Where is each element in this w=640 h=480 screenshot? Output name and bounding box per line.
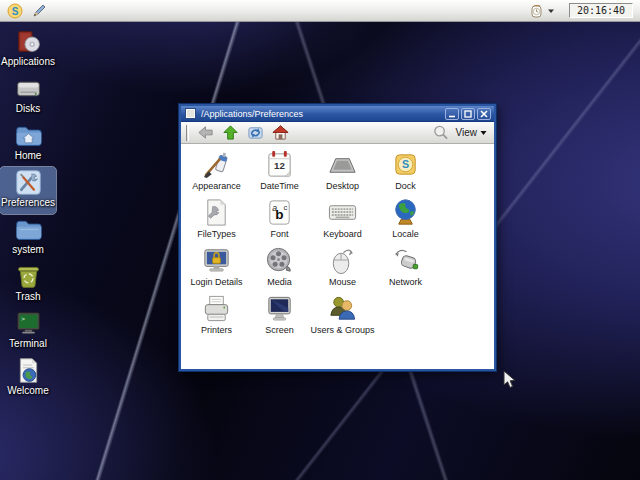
- svg-text:S: S: [402, 158, 409, 170]
- pref-item-desktop[interactable]: Desktop: [311, 149, 374, 197]
- refresh-icon: [247, 124, 264, 141]
- close-icon: [480, 110, 488, 118]
- mouse-cursor: [503, 370, 516, 390]
- svg-text:>: >: [21, 315, 25, 322]
- pref-item-label: Dock: [395, 181, 416, 191]
- pref-item-dock[interactable]: S Dock: [374, 149, 437, 197]
- pref-item-label: Font: [270, 229, 288, 239]
- clock-tray-icon: [529, 3, 545, 19]
- desktop-label: system: [12, 244, 44, 256]
- edit-pencil-icon[interactable]: [31, 3, 47, 19]
- pref-item-mouse[interactable]: Mouse: [311, 245, 374, 293]
- font-icon: a b c: [264, 197, 295, 228]
- home-icon: [272, 124, 289, 141]
- filetypes-icon: [201, 197, 232, 228]
- pref-item-users-groups[interactable]: Users & Groups: [311, 293, 374, 341]
- toolbar-grip[interactable]: [186, 125, 189, 141]
- pref-item-label: Locale: [392, 229, 419, 239]
- keyboard-icon: [327, 197, 358, 228]
- home-folder-icon: [14, 121, 43, 150]
- desktop-icon-disks[interactable]: Disks: [0, 73, 56, 120]
- pref-item-keyboard[interactable]: Keyboard: [311, 197, 374, 245]
- pref-item-screen[interactable]: Screen: [248, 293, 311, 341]
- close-button[interactable]: [477, 108, 491, 120]
- up-arrow-icon: [222, 124, 239, 141]
- pref-item-label: Mouse: [329, 277, 356, 287]
- login-details-icon: [201, 245, 232, 276]
- home-button[interactable]: [270, 123, 290, 142]
- pref-item-label: Media: [267, 277, 292, 287]
- desktop-settings-icon: [327, 149, 358, 180]
- desktop-label: Terminal: [9, 338, 47, 350]
- menubar: S 20:16:40: [0, 0, 640, 22]
- desktop-label: Home: [15, 150, 42, 162]
- desktop-icon-terminal[interactable]: > Terminal: [0, 308, 56, 355]
- pref-item-label: Desktop: [326, 181, 359, 191]
- desktop-icon-home[interactable]: Home: [0, 120, 56, 167]
- datetime-icon: 12: [264, 149, 295, 180]
- desktop-icon-preferences[interactable]: Preferences: [0, 167, 56, 214]
- desktop-icon-applications[interactable]: Applications: [0, 26, 56, 73]
- desktop-icon-trash[interactable]: Trash: [0, 261, 56, 308]
- pref-item-label: Screen: [265, 325, 294, 335]
- pref-item-label: DateTime: [260, 181, 299, 191]
- clock-tray-menu[interactable]: [529, 3, 555, 19]
- desktop-icon-column: Applications Disks Home Preferences: [0, 26, 56, 402]
- pref-item-label: Keyboard: [323, 229, 362, 239]
- welcome-icon: [14, 356, 43, 385]
- desktop-label: Preferences: [1, 197, 55, 209]
- pref-item-appearance[interactable]: Appearance: [185, 149, 248, 197]
- screen-icon: [264, 293, 295, 324]
- system-folder-icon: [14, 215, 43, 244]
- pref-item-media[interactable]: Media: [248, 245, 311, 293]
- svg-text:12: 12: [274, 160, 285, 171]
- svg-text:c: c: [283, 203, 287, 212]
- pref-item-filetypes[interactable]: FileTypes: [185, 197, 248, 245]
- pref-item-locale[interactable]: Locale: [374, 197, 437, 245]
- mouse-icon: [327, 245, 358, 276]
- pref-item-network[interactable]: Network: [374, 245, 437, 293]
- pref-item-datetime[interactable]: 12 DateTime: [248, 149, 311, 197]
- search-icon: [432, 124, 449, 141]
- maximize-button[interactable]: [461, 108, 475, 120]
- desktop-label: Applications: [1, 56, 55, 68]
- desktop-icon-system[interactable]: system: [0, 214, 56, 261]
- maximize-icon: [464, 110, 472, 118]
- svg-text:b: b: [275, 207, 283, 222]
- chevron-down-icon: [547, 7, 555, 15]
- pref-item-label: Network: [389, 277, 422, 287]
- printers-icon: [201, 293, 232, 324]
- view-dropdown-label: View: [456, 127, 478, 138]
- view-dropdown[interactable]: View: [456, 127, 490, 138]
- clock-display: 20:16:40: [569, 3, 633, 18]
- up-button[interactable]: [220, 123, 240, 142]
- desktop-label: Trash: [15, 291, 40, 303]
- etoile-logo-icon[interactable]: S: [7, 3, 23, 19]
- chevron-down-icon: [480, 130, 487, 136]
- pref-item-login-details[interactable]: Login Details: [185, 245, 248, 293]
- desktop-icon-welcome[interactable]: Welcome: [0, 355, 56, 402]
- preferences-icon: [14, 168, 43, 197]
- search-button[interactable]: [431, 123, 451, 142]
- applications-icon: [14, 27, 43, 56]
- pref-item-label: Printers: [201, 325, 232, 335]
- pref-item-font[interactable]: a b c Font: [248, 197, 311, 245]
- window-titlebar[interactable]: /Applications/Preferences: [181, 106, 494, 122]
- desktop-label: Disks: [16, 103, 40, 115]
- locale-icon: [390, 197, 421, 228]
- pref-item-label: Users & Groups: [310, 325, 374, 335]
- preferences-window: /Applications/Preferences: [179, 104, 496, 371]
- refresh-button[interactable]: [245, 123, 265, 142]
- window-toolbar: View: [181, 122, 494, 144]
- pref-item-printers[interactable]: Printers: [185, 293, 248, 341]
- window-menu-icon[interactable]: [186, 109, 195, 118]
- window-title: /Applications/Preferences: [201, 109, 443, 119]
- minimize-button[interactable]: [445, 108, 459, 120]
- back-button[interactable]: [195, 123, 215, 142]
- pref-item-label: Appearance: [192, 181, 241, 191]
- window-content: Appearance 12 DateTime Desktop: [181, 144, 494, 369]
- pref-item-label: Login Details: [190, 277, 242, 287]
- network-icon: [390, 245, 421, 276]
- pref-item-label: FileTypes: [197, 229, 236, 239]
- svg-text:S: S: [12, 5, 19, 16]
